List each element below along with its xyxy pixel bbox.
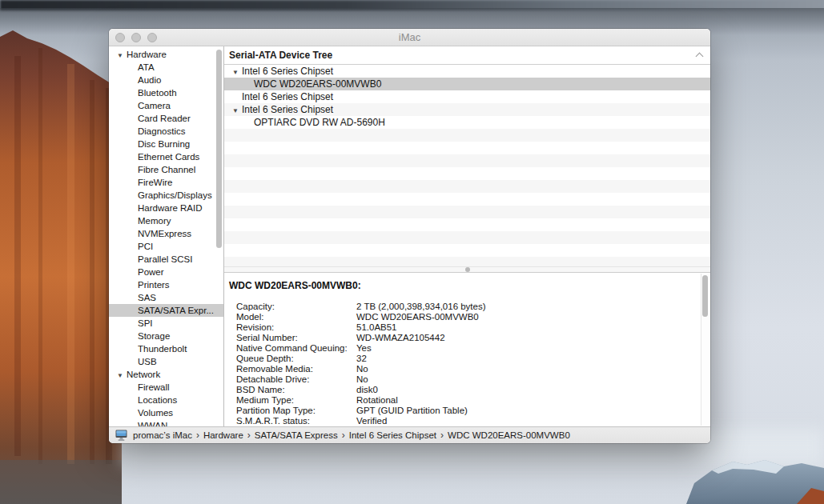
field-label: BSD Name: [236, 385, 356, 395]
sidebar-item-label: Printers [138, 280, 170, 290]
tree-row-intel-6-series-chipset-3[interactable]: ▼Intel 6 Series Chipset [224, 103, 710, 116]
collapse-section-icon[interactable] [696, 53, 704, 61]
field-label: Removable Media: [236, 364, 356, 374]
field-label: Partition Map Type: [236, 406, 356, 416]
tree-row-label: Intel 6 Series Chipset [242, 66, 333, 77]
field-value: No [356, 374, 691, 385]
sidebar-item-label: Parallel SCSI [138, 254, 192, 264]
tree-row-empty [224, 142, 710, 154]
details-title: WDC WD20EARS-00MVWB0: [229, 280, 691, 291]
sidebar-item-sata-sata-express[interactable]: SATA/SATA Expr... [109, 304, 223, 317]
category-sidebar[interactable]: ▼Hardware ATA Audio Bluetooth Camera Car… [109, 46, 224, 426]
tree-row-wdc-wd20ears[interactable]: WDC WD20EARS-00MVWB0 [224, 78, 710, 90]
sidebar-item-label: Bluetooth [138, 88, 177, 98]
sidebar-item-ethernet-cards[interactable]: Ethernet Cards [109, 150, 223, 163]
field-value: disk0 [356, 385, 691, 395]
tree-row-empty [224, 244, 710, 257]
tree-row-empty [224, 129, 710, 142]
sidebar-item-card-reader[interactable]: Card Reader [109, 112, 223, 125]
tree-row-intel-6-series-chipset-2[interactable]: Intel 6 Series Chipset [224, 90, 710, 103]
sidebar-item-thunderbolt[interactable]: Thunderbolt [109, 342, 223, 355]
sidebar-item-sas[interactable]: SAS [109, 291, 223, 304]
sidebar-item-disc-burning[interactable]: Disc Burning [109, 138, 223, 150]
tree-row-label: OPTIARC DVD RW AD-5690H [254, 117, 385, 128]
minimize-button[interactable] [131, 33, 141, 42]
field-value: Rotational [356, 395, 691, 406]
sidebar-item-label: Volumes [138, 408, 173, 418]
sidebar-item-graphics-displays[interactable]: Graphics/Displays [109, 189, 223, 202]
tree-row-optiarc-dvd-rw[interactable]: OPTIARC DVD RW AD-5690H [224, 116, 710, 129]
sidebar-item-bluetooth[interactable]: Bluetooth [109, 86, 223, 99]
sidebar-item-wwan[interactable]: WWAN [109, 419, 223, 426]
sidebar-item-locations[interactable]: Locations [109, 394, 223, 406]
titlebar[interactable]: iMac [109, 29, 710, 46]
sidebar-item-label: USB [138, 357, 157, 366]
sidebar-scrollbar[interactable] [216, 50, 222, 248]
field-value: No [356, 364, 691, 374]
disclosure-icon: ▼ [117, 50, 127, 62]
sidebar-item-camera[interactable]: Camera [109, 99, 223, 112]
sidebar-item-hardware-raid[interactable]: Hardware RAID [109, 202, 223, 214]
field-label: Medium Type: [236, 395, 356, 406]
wallpaper-mountain [686, 454, 824, 504]
sidebar-item-volumes[interactable]: Volumes [109, 406, 223, 419]
sidebar-item-firewire[interactable]: FireWire [109, 176, 223, 189]
sidebar-item-printers[interactable]: Printers [109, 278, 223, 291]
sidebar-item-diagnostics[interactable]: Diagnostics [109, 125, 223, 138]
sidebar-item-pci[interactable]: PCI [109, 240, 223, 253]
field-label: Detachable Drive: [236, 374, 356, 385]
close-button[interactable] [115, 33, 125, 42]
tree-row-empty [224, 218, 710, 231]
sidebar-item-fibre-channel[interactable]: Fibre Channel [109, 163, 223, 176]
sidebar-item-parallel-scsi[interactable]: Parallel SCSI [109, 253, 223, 266]
field-value: GPT (GUID Partition Table) [356, 406, 691, 416]
tree-row-empty [224, 154, 710, 167]
detail-field-model: Model:WDC WD20EARS-00MVWB0 [229, 312, 691, 322]
detail-field-queue-depth: Queue Depth:32 [229, 354, 691, 364]
sidebar-item-nvmexpress[interactable]: NVMExpress [109, 227, 223, 240]
sidebar-item-label: SAS [138, 293, 156, 302]
sidebar-item-firewall[interactable]: Firewall [109, 381, 223, 394]
field-value: Yes [356, 343, 691, 354]
sidebar-item-label: Graphics/Displays [138, 190, 212, 200]
breadcrumb-device: WDC WD20EARS-00MVWB0 [448, 430, 570, 440]
sidebar-item-label: Ethernet Cards [138, 152, 199, 162]
sidebar-group-label: Network [127, 370, 160, 379]
tree-row-intel-6-series-chipset-1[interactable]: ▼Intel 6 Series Chipset [224, 65, 710, 78]
details-scrollbar-track[interactable] [701, 274, 709, 426]
sidebar-item-usb[interactable]: USB [109, 355, 223, 368]
detail-field-capacity: Capacity:2 TB (2,000,398,934,016 bytes) [229, 302, 691, 312]
field-label: Model: [236, 312, 356, 322]
detail-field-detachable-drive: Detachable Drive:No [229, 374, 691, 385]
zoom-button[interactable] [147, 33, 157, 42]
sidebar-item-ata[interactable]: ATA [109, 61, 223, 74]
tree-row-empty [224, 167, 710, 180]
disclosure-icon[interactable]: ▼ [232, 66, 242, 79]
panel-splitter[interactable] [224, 266, 710, 273]
breadcrumb-separator: › [196, 430, 199, 441]
field-label: Serial Number: [236, 333, 356, 343]
sidebar-item-label: Disc Burning [138, 139, 190, 149]
sidebar-item-storage[interactable]: Storage [109, 330, 223, 342]
sidebar-group-hardware[interactable]: ▼Hardware [109, 48, 223, 61]
field-value: 2 TB (2,000,398,934,016 bytes) [356, 302, 691, 312]
sidebar-item-spi[interactable]: SPI [109, 317, 223, 330]
disclosure-icon[interactable]: ▼ [232, 105, 242, 118]
device-tree-list[interactable]: ▼Intel 6 Series Chipset WDC WD20EARS-00M… [224, 65, 710, 266]
breadcrumb-separator: › [247, 430, 251, 441]
sidebar-group-network[interactable]: ▼Network [109, 368, 223, 381]
splitter-handle-icon [465, 267, 470, 272]
details-scrollbar-thumb[interactable] [702, 275, 708, 317]
detail-field-medium-type: Medium Type:Rotational [229, 395, 691, 406]
sidebar-item-audio[interactable]: Audio [109, 74, 223, 86]
breadcrumb-chipset: Intel 6 Series Chipset [349, 430, 436, 440]
tree-row-label: Intel 6 Series Chipset [242, 91, 333, 102]
breadcrumb-separator: › [342, 430, 345, 441]
tree-row-empty [224, 193, 710, 206]
detail-field-revision: Revision:51.0AB51 [229, 322, 691, 333]
breadcrumb-hardware: Hardware [203, 430, 243, 440]
detail-field-partition-map-type: Partition Map Type:GPT (GUID Partition T… [229, 406, 691, 416]
sidebar-item-power[interactable]: Power [109, 266, 223, 278]
sidebar-item-memory[interactable]: Memory [109, 214, 223, 227]
sidebar-item-label: Diagnostics [138, 126, 185, 136]
